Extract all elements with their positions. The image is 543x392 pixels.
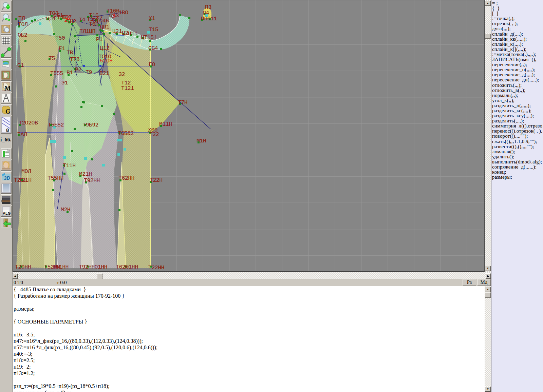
svg-text:Р1: Р1 xyxy=(96,36,102,43)
svg-text:Т22Н: Т22Н xyxy=(150,177,163,183)
svg-text:Э1: Э1 xyxy=(61,80,68,86)
svg-text:Т50: Т50 xyxy=(55,35,65,41)
svg-text:Н51НН: Н51НН xyxy=(53,264,69,270)
svg-text:ТВ: ТВ xyxy=(67,50,73,56)
svg-text:Ц12: Ц12 xyxy=(100,45,109,52)
svg-text:Т4: Т4 xyxy=(79,17,85,23)
svg-text:В21: В21 xyxy=(99,70,109,77)
svg-text:ЦТ15!: ЦТ15! xyxy=(141,34,157,41)
svg-text:3: 3 xyxy=(112,13,115,19)
svg-text:ОБ2: ОБ2 xyxy=(18,32,27,38)
svg-text:Т2О2ОВ: Т2О2ОВ xyxy=(19,120,38,126)
svg-text:ALG: ALG xyxy=(3,211,11,215)
svg-text:Т11Н: Т11Н xyxy=(63,162,76,169)
svg-text:С1: С1 xyxy=(17,62,24,68)
svg-text:Т62НН: Т62НН xyxy=(118,175,134,181)
svg-text:МОЛ: МОЛ xyxy=(21,168,31,175)
svg-text:ЦП1: ЦП1 xyxy=(100,24,110,30)
svg-text:Т7Н: Т7Н xyxy=(178,99,187,106)
svg-text:Т15: Т15 xyxy=(149,26,158,33)
svg-text:3D: 3D xyxy=(4,175,10,181)
svg-text:ТЛ: ТЛ xyxy=(18,15,25,22)
svg-text:В1: В1 xyxy=(67,70,73,76)
svg-text:Е1: Е1 xyxy=(59,45,65,52)
svg-text:ТТ8: ТТ8 xyxy=(70,56,79,63)
svg-text:Ю1НН: Ю1НН xyxy=(125,264,138,270)
svg-text:Т9Б92: Т9Б92 xyxy=(82,122,98,128)
svg-text:ТЛ1ЦП: ТЛ1ЦП xyxy=(79,28,95,35)
svg-text:ТО1НН: ТО1НН xyxy=(91,264,107,270)
svg-text:Х1: Х1 xyxy=(149,15,155,22)
svg-text:ТОЛ: ТОЛ xyxy=(18,21,27,28)
svg-text:З2: З2 xyxy=(118,71,125,78)
svg-text:8: 8 xyxy=(6,127,9,133)
svg-text:Т6Б&2: Т6Б&2 xyxy=(118,130,134,137)
svg-text:51ОН: 51ОН xyxy=(100,58,113,64)
svg-text:Т121: Т121 xyxy=(121,85,134,92)
svg-text:Т92НН: Т92НН xyxy=(84,177,100,184)
svg-text:G: G xyxy=(5,108,11,115)
svg-text:ГО: ГО xyxy=(149,61,155,68)
svg-text:6: 6 xyxy=(67,15,70,22)
svg-text:М1Н: М1Н xyxy=(196,138,206,144)
svg-text:М11Н: М11Н xyxy=(159,121,172,128)
svg-text:Ц2: Ц2 xyxy=(122,30,128,36)
svg-text:ПП011: ПП011 xyxy=(201,16,217,22)
svg-text:Т55НН: Т55НН xyxy=(48,175,63,181)
svg-text:Т22: Т22 xyxy=(149,131,159,138)
svg-text:Т20НН: Т20НН xyxy=(15,264,31,270)
svg-text:ОБ4: ОБ4 xyxy=(148,45,158,52)
svg-text:Т6П: Т6П xyxy=(89,21,98,27)
svg-text:М2Н: М2Н xyxy=(61,207,70,213)
svg-text:Р2: Р2 xyxy=(75,66,81,73)
svg-text:Ц21: Ц21 xyxy=(112,28,122,35)
svg-text:Т5Б52: Т5Б52 xyxy=(48,122,64,128)
svg-text:Т5: Т5 xyxy=(49,55,55,62)
svg-text:Т22НН: Т22НН xyxy=(148,264,164,271)
svg-text:М21Н: М21Н xyxy=(79,171,92,177)
svg-text:Т9: Т9 xyxy=(86,69,92,76)
svg-text:Ц11: Ц11 xyxy=(128,31,138,37)
svg-text:Т555: Т555 xyxy=(50,70,63,77)
svg-text:Т21Н: Т21Н xyxy=(19,177,32,183)
svg-text:2: 2 xyxy=(64,17,67,23)
svg-text:ТАЛ: ТАЛ xyxy=(17,131,27,138)
svg-text:M: M xyxy=(4,84,11,92)
